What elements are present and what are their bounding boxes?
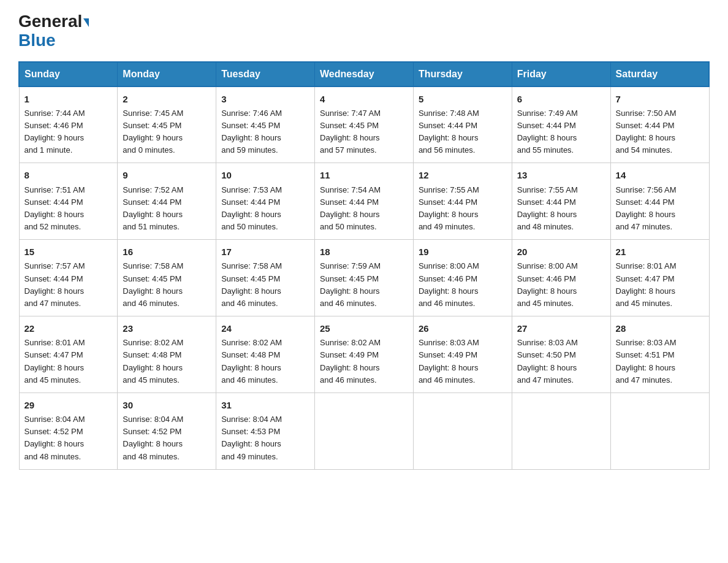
day-info: Sunrise: 8:04 AMSunset: 4:53 PMDaylight:…	[221, 413, 309, 463]
calendar-cell: 6Sunrise: 7:49 AMSunset: 4:44 PMDaylight…	[512, 86, 610, 163]
day-info: Sunrise: 7:54 AMSunset: 4:44 PMDaylight:…	[320, 184, 408, 234]
day-number: 31	[221, 398, 309, 412]
day-number: 27	[517, 321, 605, 335]
day-number: 15	[25, 245, 113, 259]
calendar-week-row: 8Sunrise: 7:51 AMSunset: 4:44 PMDaylight…	[19, 163, 709, 240]
day-number: 5	[419, 92, 507, 106]
day-info: Sunrise: 7:55 AMSunset: 4:44 PMDaylight:…	[517, 184, 605, 234]
day-info: Sunrise: 8:03 AMSunset: 4:50 PMDaylight:…	[517, 337, 605, 386]
day-info: Sunrise: 8:02 AMSunset: 4:48 PMDaylight:…	[221, 337, 309, 386]
day-info: Sunrise: 8:02 AMSunset: 4:48 PMDaylight:…	[123, 337, 211, 386]
calendar-cell: 25Sunrise: 8:02 AMSunset: 4:49 PMDayligh…	[315, 316, 414, 393]
day-number: 8	[25, 168, 113, 182]
day-number: 11	[320, 168, 408, 182]
calendar-cell: 1Sunrise: 7:44 AMSunset: 4:46 PMDaylight…	[19, 86, 118, 163]
calendar-cell: 11Sunrise: 7:54 AMSunset: 4:44 PMDayligh…	[315, 163, 414, 240]
calendar-cell: 12Sunrise: 7:55 AMSunset: 4:44 PMDayligh…	[413, 163, 512, 240]
calendar-cell: 14Sunrise: 7:56 AMSunset: 4:44 PMDayligh…	[610, 163, 709, 240]
calendar-cell	[610, 393, 709, 469]
day-number: 13	[517, 168, 605, 182]
column-header-monday: Monday	[118, 62, 216, 86]
day-info: Sunrise: 8:03 AMSunset: 4:51 PMDaylight:…	[616, 337, 704, 386]
calendar-cell: 22Sunrise: 8:01 AMSunset: 4:47 PMDayligh…	[19, 316, 118, 393]
day-info: Sunrise: 7:59 AMSunset: 4:45 PMDaylight:…	[320, 260, 408, 310]
day-info: Sunrise: 7:49 AMSunset: 4:44 PMDaylight:…	[517, 107, 605, 157]
day-info: Sunrise: 7:58 AMSunset: 4:45 PMDaylight:…	[221, 260, 309, 310]
day-info: Sunrise: 8:04 AMSunset: 4:52 PMDaylight:…	[25, 413, 113, 463]
day-number: 19	[419, 245, 507, 259]
day-number: 22	[25, 321, 113, 335]
calendar-cell: 7Sunrise: 7:50 AMSunset: 4:44 PMDaylight…	[610, 86, 709, 163]
calendar-cell: 18Sunrise: 7:59 AMSunset: 4:45 PMDayligh…	[315, 240, 414, 316]
day-number: 23	[123, 321, 211, 335]
logo-triangle-icon	[83, 18, 89, 27]
day-info: Sunrise: 7:48 AMSunset: 4:44 PMDaylight:…	[419, 107, 507, 157]
day-number: 2	[123, 92, 211, 106]
calendar-week-row: 1Sunrise: 7:44 AMSunset: 4:46 PMDaylight…	[19, 86, 709, 163]
day-info: Sunrise: 8:02 AMSunset: 4:49 PMDaylight:…	[320, 337, 408, 386]
day-info: Sunrise: 7:56 AMSunset: 4:44 PMDaylight:…	[616, 184, 704, 234]
calendar-cell: 31Sunrise: 8:04 AMSunset: 4:53 PMDayligh…	[216, 393, 315, 469]
calendar-cell: 8Sunrise: 7:51 AMSunset: 4:44 PMDaylight…	[19, 163, 118, 240]
calendar-header-row: SundayMondayTuesdayWednesdayThursdayFrid…	[19, 62, 709, 86]
calendar-cell	[413, 393, 512, 469]
day-number: 29	[25, 398, 113, 412]
logo-text: General Blue	[18, 12, 89, 50]
day-info: Sunrise: 7:58 AMSunset: 4:45 PMDaylight:…	[123, 260, 211, 310]
column-header-saturday: Saturday	[610, 62, 709, 86]
calendar-cell: 2Sunrise: 7:45 AMSunset: 4:45 PMDaylight…	[118, 86, 216, 163]
calendar-cell: 29Sunrise: 8:04 AMSunset: 4:52 PMDayligh…	[19, 393, 118, 469]
logo-blue-text: Blue	[18, 31, 56, 50]
calendar-cell: 10Sunrise: 7:53 AMSunset: 4:44 PMDayligh…	[216, 163, 315, 240]
day-info: Sunrise: 8:01 AMSunset: 4:47 PMDaylight:…	[25, 337, 113, 386]
calendar-cell: 16Sunrise: 7:58 AMSunset: 4:45 PMDayligh…	[118, 240, 216, 316]
calendar-week-row: 22Sunrise: 8:01 AMSunset: 4:47 PMDayligh…	[19, 316, 709, 393]
column-header-friday: Friday	[512, 62, 610, 86]
day-number: 10	[221, 168, 309, 182]
day-info: Sunrise: 8:03 AMSunset: 4:49 PMDaylight:…	[419, 337, 507, 386]
day-number: 3	[221, 92, 309, 106]
day-number: 20	[517, 245, 605, 259]
day-number: 12	[419, 168, 507, 182]
day-info: Sunrise: 8:00 AMSunset: 4:46 PMDaylight:…	[517, 260, 605, 310]
calendar-cell: 20Sunrise: 8:00 AMSunset: 4:46 PMDayligh…	[512, 240, 610, 316]
day-info: Sunrise: 7:53 AMSunset: 4:44 PMDaylight:…	[221, 184, 309, 234]
day-number: 16	[123, 245, 211, 259]
column-header-thursday: Thursday	[413, 62, 512, 86]
day-number: 30	[123, 398, 211, 412]
calendar-cell: 26Sunrise: 8:03 AMSunset: 4:49 PMDayligh…	[413, 316, 512, 393]
day-number: 28	[616, 321, 704, 335]
logo: General Blue	[18, 12, 89, 50]
day-number: 7	[616, 92, 704, 106]
day-info: Sunrise: 8:00 AMSunset: 4:46 PMDaylight:…	[419, 260, 507, 310]
calendar-cell: 27Sunrise: 8:03 AMSunset: 4:50 PMDayligh…	[512, 316, 610, 393]
calendar-cell: 9Sunrise: 7:52 AMSunset: 4:44 PMDaylight…	[118, 163, 216, 240]
day-number: 1	[25, 92, 113, 106]
calendar-cell: 23Sunrise: 8:02 AMSunset: 4:48 PMDayligh…	[118, 316, 216, 393]
calendar-cell: 3Sunrise: 7:46 AMSunset: 4:45 PMDaylight…	[216, 86, 315, 163]
calendar-cell: 28Sunrise: 8:03 AMSunset: 4:51 PMDayligh…	[610, 316, 709, 393]
day-info: Sunrise: 7:50 AMSunset: 4:44 PMDaylight:…	[616, 107, 704, 157]
page-header: General Blue	[18, 12, 710, 50]
day-number: 24	[221, 321, 309, 335]
day-info: Sunrise: 7:51 AMSunset: 4:44 PMDaylight:…	[25, 184, 113, 234]
day-number: 4	[320, 92, 408, 106]
column-header-sunday: Sunday	[19, 62, 118, 86]
column-header-wednesday: Wednesday	[315, 62, 414, 86]
calendar-cell	[315, 393, 414, 469]
calendar-table: SundayMondayTuesdayWednesdayThursdayFrid…	[18, 61, 710, 470]
day-info: Sunrise: 7:47 AMSunset: 4:45 PMDaylight:…	[320, 107, 408, 157]
day-info: Sunrise: 7:55 AMSunset: 4:44 PMDaylight:…	[419, 184, 507, 234]
calendar-week-row: 29Sunrise: 8:04 AMSunset: 4:52 PMDayligh…	[19, 393, 709, 469]
calendar-cell: 17Sunrise: 7:58 AMSunset: 4:45 PMDayligh…	[216, 240, 315, 316]
day-info: Sunrise: 7:57 AMSunset: 4:44 PMDaylight:…	[25, 260, 113, 310]
day-number: 25	[320, 321, 408, 335]
day-info: Sunrise: 7:46 AMSunset: 4:45 PMDaylight:…	[221, 107, 309, 157]
calendar-cell: 4Sunrise: 7:47 AMSunset: 4:45 PMDaylight…	[315, 86, 414, 163]
calendar-cell: 19Sunrise: 8:00 AMSunset: 4:46 PMDayligh…	[413, 240, 512, 316]
calendar-cell: 5Sunrise: 7:48 AMSunset: 4:44 PMDaylight…	[413, 86, 512, 163]
day-number: 17	[221, 245, 309, 259]
calendar-cell: 30Sunrise: 8:04 AMSunset: 4:52 PMDayligh…	[118, 393, 216, 469]
day-info: Sunrise: 8:04 AMSunset: 4:52 PMDaylight:…	[123, 413, 211, 463]
day-number: 26	[419, 321, 507, 335]
